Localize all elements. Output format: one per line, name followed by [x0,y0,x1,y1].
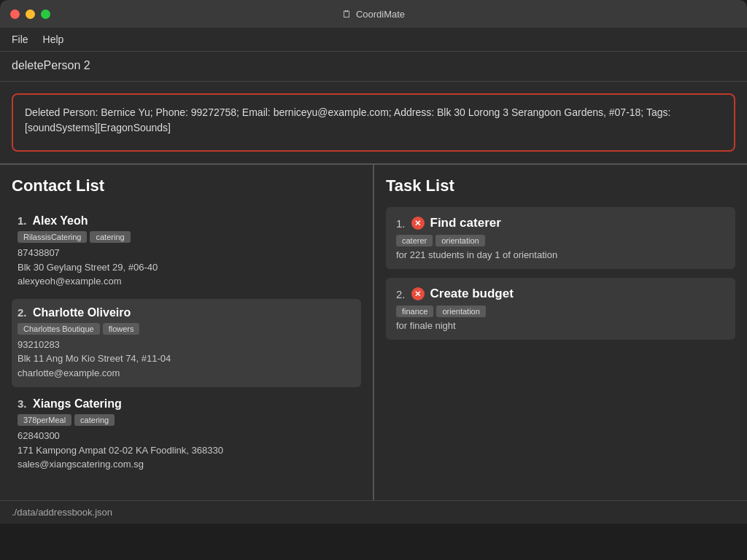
task-list-title: Task List [386,176,735,195]
tag: flowers [103,323,140,335]
tag: Charlottes Boutique [18,323,100,335]
contact-email: sales@xiangscatering.com.sg [18,457,355,472]
task-index: 1. [396,217,406,230]
close-button[interactable] [10,9,20,19]
window-icon: 🗒 [342,9,352,20]
contact-address: Blk 30 Geylang Street 29, #06-40 [18,260,355,275]
tag: orientation [436,306,485,317]
command-input[interactable] [12,59,735,72]
contact-address: 171 Kampong Ampat 02-02 KA Foodlink, 368… [18,443,355,458]
feedback-message: Deleted Person: Bernice Yu; Phone: 99272… [25,106,670,133]
tag: 378perMeal [18,414,71,426]
contact-index: 2. [18,306,27,319]
maximize-button[interactable] [41,9,50,19]
task-tags: finance orientation [396,306,725,317]
contact-item[interactable]: 2. Charlotte Oliveiro Charlottes Boutiqu… [12,299,361,388]
contact-email: charlotte@example.com [18,366,355,381]
contact-email: alexyeoh@example.com [18,274,355,289]
contact-index: 3. [18,397,27,410]
command-bar[interactable] [0,52,747,82]
status-bar: ./data/addressbook.json [0,500,747,524]
task-description: for 221 students in day 1 of orientation [396,249,725,260]
task-item[interactable]: 1. ✕ Find caterer caterer orientation fo… [386,207,735,269]
tag: caterer [396,235,433,246]
title-bar: 🗒 CoordiMate [0,0,747,28]
contact-list-title: Contact List [12,176,361,195]
minimize-button[interactable] [26,9,35,19]
contact-item[interactable]: 3. Xiangs Catering 378perMeal catering 6… [12,390,361,479]
contact-index: 1. [18,214,27,227]
window-title-text: CoordiMate [356,9,405,20]
contact-item[interactable]: 1. Alex Yeoh RilassisCatering catering 8… [12,207,361,296]
contact-name-text: Charlotte Oliveiro [33,306,131,319]
tag: orientation [436,235,484,246]
feedback-box: Deleted Person: Bernice Yu; Phone: 99272… [12,93,735,152]
contact-name: 1. Alex Yeoh [18,214,355,228]
contact-address: Blk 11 Ang Mo Kio Street 74, #11-04 [18,351,355,366]
task-index: 2. [396,288,406,300]
contact-name-text: Alex Yeoh [32,214,88,227]
task-description: for finale night [396,320,725,331]
task-name: Create budget [430,287,514,301]
tag: RilassisCatering [18,231,87,243]
contact-tags: RilassisCatering catering [18,231,355,243]
contact-phone: 62840300 [18,429,355,443]
contact-phone: 87438807 [18,246,355,260]
contact-name-text: Xiangs Catering [33,397,122,410]
task-header: 1. ✕ Find caterer [396,216,725,230]
menu-help[interactable]: Help [43,34,64,45]
tag: finance [396,306,433,317]
contact-tags: 378perMeal catering [18,414,355,426]
tag: catering [74,414,115,426]
menu-file[interactable]: File [12,34,28,45]
contact-name: 2. Charlotte Oliveiro [18,306,355,319]
contact-name: 3. Xiangs Catering [18,397,355,411]
status-path: ./data/addressbook.json [12,507,112,518]
contact-tags: Charlottes Boutique flowers [18,323,355,335]
task-incomplete-icon: ✕ [411,287,425,300]
task-list[interactable]: Task List 1. ✕ Find caterer caterer orie… [374,165,747,500]
window-title: 🗒 CoordiMate [342,9,405,20]
traffic-lights [10,9,50,19]
task-header: 2. ✕ Create budget [396,287,725,301]
main-content: Contact List 1. Alex Yeoh RilassisCateri… [0,165,747,500]
menu-bar: File Help [0,28,747,52]
task-name: Find caterer [430,216,501,230]
task-incomplete-icon: ✕ [411,217,425,230]
task-item[interactable]: 2. ✕ Create budget finance orientation f… [386,278,735,340]
contact-list[interactable]: Contact List 1. Alex Yeoh RilassisCateri… [0,165,374,500]
feedback-area: Deleted Person: Bernice Yu; Phone: 99272… [0,82,747,165]
contact-phone: 93210283 [18,338,355,352]
task-tags: caterer orientation [396,235,725,246]
tag: catering [90,231,130,243]
